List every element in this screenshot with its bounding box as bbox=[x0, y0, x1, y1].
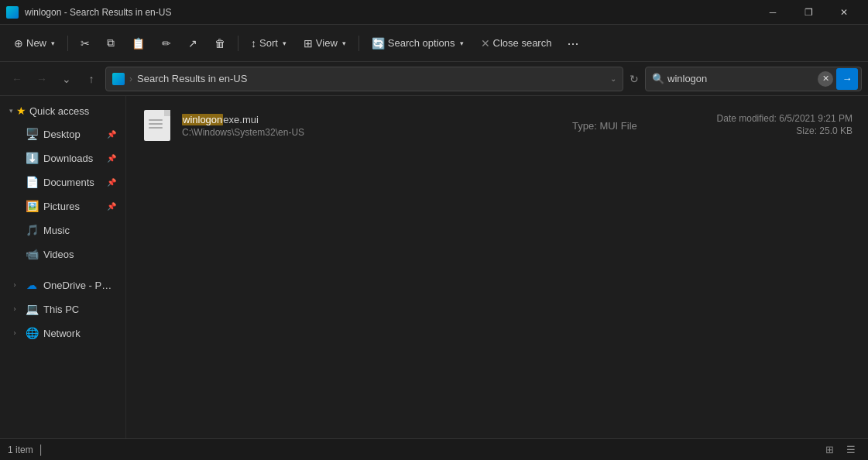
file-line-1 bbox=[149, 119, 163, 121]
file-name-highlight: winlogon bbox=[182, 114, 223, 125]
file-info: winlogonexe.mui C:\Windows\System32\en-U… bbox=[182, 114, 563, 138]
address-path[interactable]: › Search Results in en-US ⌄ bbox=[105, 67, 623, 91]
file-date-modified: Date modified: 6/5/2021 9:21 PM bbox=[698, 113, 853, 124]
cut-button[interactable]: ✂ bbox=[73, 29, 98, 57]
sort-icon: ↕ bbox=[251, 37, 256, 50]
status-view-controls: ⊞ ☰ bbox=[820, 441, 860, 458]
close-button[interactable]: ✕ bbox=[826, 0, 862, 25]
copy-icon: ⧉ bbox=[107, 36, 115, 50]
main-area: ▾ ★ Quick access 🖥️ Desktop 📌 ⬇️ Downloa… bbox=[0, 96, 868, 438]
search-options-icon: 🔄 bbox=[372, 37, 385, 50]
videos-label: Videos bbox=[43, 249, 116, 260]
close-search-label: Close search bbox=[493, 37, 552, 49]
onedrive-icon: ☁ bbox=[25, 278, 39, 292]
view-icons-button[interactable]: ⊞ bbox=[820, 441, 839, 458]
new-button[interactable]: ⊕ New ▾ bbox=[6, 29, 63, 57]
view-icon: ⊞ bbox=[304, 37, 313, 50]
file-type: Type: MUI File bbox=[572, 120, 688, 132]
delete-icon: 🗑 bbox=[214, 37, 225, 50]
file-line-3 bbox=[149, 127, 163, 129]
quick-access-header[interactable]: ▾ ★ Quick access bbox=[3, 100, 122, 122]
sidebar-item-downloads[interactable]: ⬇️ Downloads 📌 bbox=[3, 146, 122, 170]
nav-forward-button[interactable]: → bbox=[31, 68, 53, 90]
view-button[interactable]: ⊞ View ▾ bbox=[296, 29, 354, 57]
view-list-button[interactable]: ☰ bbox=[842, 441, 860, 458]
file-line-2 bbox=[149, 123, 163, 125]
quick-access-arrow: ▾ bbox=[9, 107, 13, 115]
sidebar-item-documents[interactable]: 📄 Documents 📌 bbox=[3, 170, 122, 194]
music-label: Music bbox=[43, 225, 116, 236]
search-input[interactable] bbox=[667, 73, 815, 84]
delete-button[interactable]: 🗑 bbox=[207, 29, 233, 57]
onedrive-label: OneDrive - Personal bbox=[43, 280, 116, 291]
onedrive-expand-icon: › bbox=[9, 281, 20, 289]
pictures-pin-icon: 📌 bbox=[107, 202, 116, 211]
downloads-label: Downloads bbox=[43, 153, 102, 164]
title-bar-text: winlogon - Search Results in en-US bbox=[25, 7, 171, 18]
network-expand-icon: › bbox=[9, 329, 20, 337]
desktop-pin-icon: 📌 bbox=[107, 130, 116, 139]
documents-pin-icon: 📌 bbox=[107, 178, 116, 187]
table-row[interactable]: winlogonexe.mui C:\Windows\System32\en-U… bbox=[132, 102, 862, 149]
rename-button[interactable]: ✏ bbox=[154, 29, 179, 57]
pictures-icon: 🖼️ bbox=[25, 199, 39, 213]
file-name-rest: exe.mui bbox=[223, 114, 259, 125]
network-label: Network bbox=[43, 328, 116, 339]
network-icon: 🌐 bbox=[25, 326, 39, 340]
nav-recent-button[interactable]: ⌄ bbox=[56, 68, 77, 90]
toolbar: ⊕ New ▾ ✂ ⧉ 📋 ✏ ↗ 🗑 ↕ Sort ▾ ⊞ View ▾ 🔄 … bbox=[0, 25, 868, 62]
search-options-caret: ▾ bbox=[460, 39, 464, 47]
search-icon: 🔍 bbox=[652, 73, 664, 84]
paste-button[interactable]: 📋 bbox=[124, 29, 153, 57]
search-options-label: Search options bbox=[388, 37, 455, 49]
sidebar-item-desktop[interactable]: 🖥️ Desktop 📌 bbox=[3, 122, 122, 146]
minimize-button[interactable]: ─ bbox=[755, 0, 791, 25]
desktop-icon: 🖥️ bbox=[25, 127, 39, 141]
sort-label: Sort bbox=[259, 37, 278, 49]
toolbar-separator-1 bbox=[67, 36, 68, 51]
this-pc-expand-icon: › bbox=[9, 305, 20, 313]
close-search-button[interactable]: ✕ Close search bbox=[473, 29, 560, 57]
file-path: C:\Windows\System32\en-US bbox=[182, 127, 563, 138]
this-pc-icon: 💻 bbox=[25, 302, 39, 316]
path-dropdown-icon[interactable]: ⌄ bbox=[610, 74, 616, 83]
title-bar-app-icon bbox=[6, 6, 19, 19]
refresh-button[interactable]: ↻ bbox=[626, 70, 642, 88]
path-separator: › bbox=[129, 74, 132, 84]
share-button[interactable]: ↗ bbox=[180, 29, 205, 57]
sidebar-item-network[interactable]: › 🌐 Network bbox=[3, 321, 122, 345]
sidebar-item-videos[interactable]: 📹 Videos bbox=[3, 242, 122, 266]
title-bar: winlogon - Search Results in en-US ─ ❐ ✕ bbox=[0, 0, 868, 25]
file-size: Size: 25.0 KB bbox=[698, 125, 853, 136]
downloads-pin-icon: 📌 bbox=[107, 154, 116, 163]
sidebar: ▾ ★ Quick access 🖥️ Desktop 📌 ⬇️ Downloa… bbox=[0, 96, 126, 438]
sidebar-item-music[interactable]: 🎵 Music bbox=[3, 218, 122, 242]
restore-button[interactable]: ❐ bbox=[791, 0, 826, 25]
file-icon bbox=[142, 108, 173, 142]
sort-button[interactable]: ↕ Sort ▾ bbox=[243, 29, 294, 57]
toolbar-more-button[interactable]: ··· bbox=[561, 33, 585, 53]
paste-icon: 📋 bbox=[132, 37, 145, 50]
downloads-icon: ⬇️ bbox=[25, 151, 39, 165]
title-bar-left: winlogon - Search Results in en-US bbox=[6, 6, 171, 19]
search-bar: 🔍 ✕ → bbox=[645, 67, 862, 91]
share-icon: ↗ bbox=[188, 37, 197, 50]
copy-button[interactable]: ⧉ bbox=[99, 29, 122, 57]
new-icon: ⊕ bbox=[14, 37, 23, 50]
nav-back-button[interactable]: ← bbox=[6, 68, 28, 90]
sidebar-item-this-pc[interactable]: › 💻 This PC bbox=[3, 297, 122, 321]
search-clear-button[interactable]: ✕ bbox=[818, 71, 833, 87]
search-options-button[interactable]: 🔄 Search options ▾ bbox=[364, 29, 472, 57]
sidebar-item-onedrive[interactable]: › ☁ OneDrive - Personal bbox=[3, 273, 122, 297]
status-bar: 1 item │ ⊞ ☰ bbox=[0, 438, 868, 460]
videos-icon: 📹 bbox=[25, 247, 39, 261]
documents-icon: 📄 bbox=[25, 175, 39, 189]
search-go-button[interactable]: → bbox=[836, 68, 858, 90]
path-text: Search Results in en-US bbox=[137, 73, 606, 84]
nav-up-button[interactable]: ↑ bbox=[81, 68, 102, 90]
toolbar-separator-2 bbox=[238, 36, 238, 51]
file-meta: Date modified: 6/5/2021 9:21 PM Size: 25… bbox=[698, 113, 853, 138]
sidebar-item-pictures[interactable]: 🖼️ Pictures 📌 bbox=[3, 194, 122, 218]
path-folder-icon bbox=[112, 73, 125, 85]
new-caret: ▾ bbox=[51, 39, 55, 47]
